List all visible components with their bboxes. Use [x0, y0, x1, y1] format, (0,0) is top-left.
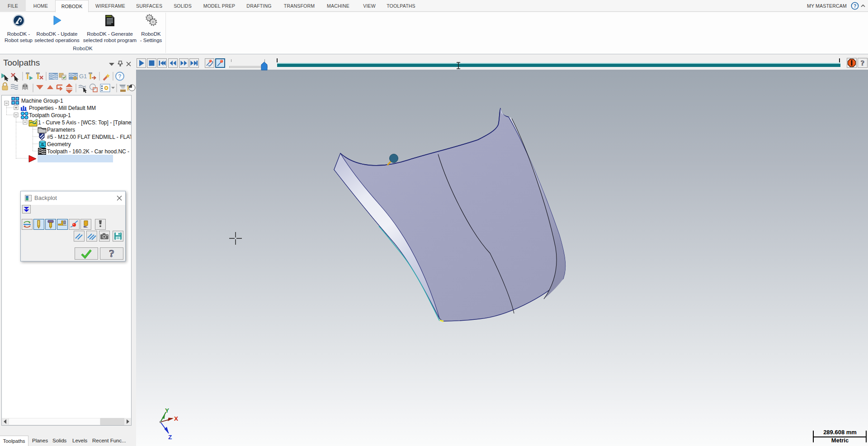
svg-text:G1: G1 [79, 73, 87, 80]
svg-text:1 - Curve 5 Axis - [WCS: Top]: 1 - Curve 5 Axis - [WCS: Top] - [Tplane:… [38, 119, 131, 126]
svg-text:Properties - Mill Default MM: Properties - Mill Default MM [29, 105, 96, 111]
svg-text:X: X [174, 415, 178, 422]
svg-text:Toolpath - 160.2K - Car hood.N: Toolpath - 160.2K - Car hood.NC - Prog [47, 148, 131, 155]
svg-text:Geometry: Geometry [47, 141, 71, 147]
svg-text:Machine Group-1: Machine Group-1 [21, 98, 63, 104]
svg-text:?: ? [854, 3, 857, 9]
svg-text:?: ? [861, 59, 865, 67]
svg-text:Y: Y [165, 407, 169, 414]
svg-text:?: ? [109, 248, 114, 259]
svg-text:S: S [41, 142, 44, 147]
svg-text:Toolpath Group-1: Toolpath Group-1 [29, 112, 71, 119]
svg-text:#5 - M12.00 FLAT ENDMILL - FLA: #5 - M12.00 FLAT ENDMILL - FLAT END [47, 134, 131, 140]
svg-text:?: ? [118, 73, 121, 80]
svg-text:Parameters: Parameters [47, 127, 75, 133]
svg-text:Z: Z [168, 434, 172, 441]
